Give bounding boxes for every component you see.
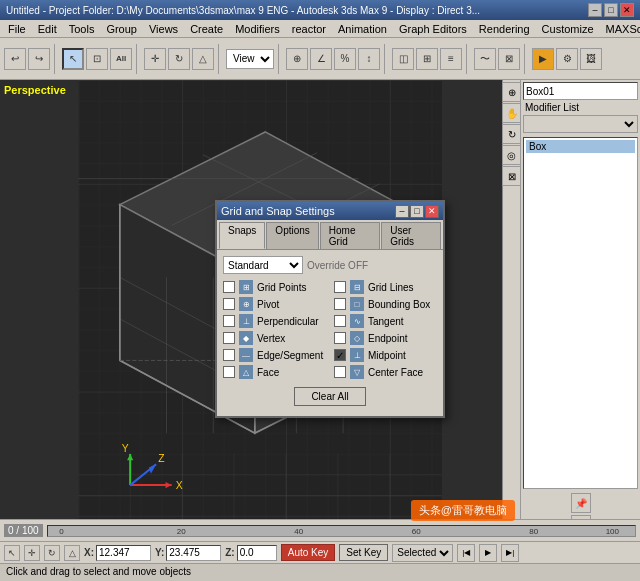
snap-checkbox-midpoint[interactable]: ✓ (334, 349, 346, 361)
render-button[interactable]: ▶ (532, 48, 554, 70)
snap-mode-select[interactable]: Standard NURBS (223, 256, 303, 274)
menu-animation[interactable]: Animation (332, 22, 393, 36)
menu-edit[interactable]: Edit (32, 22, 63, 36)
maximize-button[interactable]: □ (604, 3, 618, 17)
menu-rendering[interactable]: Rendering (473, 22, 536, 36)
pin-btn[interactable]: 📌 (571, 493, 591, 513)
schematic-button[interactable]: ⊠ (498, 48, 520, 70)
tab-snaps[interactable]: Snaps (219, 222, 265, 249)
modifier-item[interactable]: Box (526, 140, 635, 153)
snap-item-edge-segment: — Edge/Segment (223, 348, 326, 362)
viewport-label: Perspective (4, 84, 66, 96)
menu-reactor[interactable]: reactor (286, 22, 332, 36)
snap-icon-edge-segment: — (239, 348, 253, 362)
render-frame-button[interactable]: 🖼 (580, 48, 602, 70)
snap-item-bounding-box: □ Bounding Box (334, 297, 437, 311)
minimize-button[interactable]: – (588, 3, 602, 17)
status-scale-btn[interactable]: △ (64, 545, 80, 561)
modifier-box[interactable]: Box (523, 137, 638, 489)
menu-tools[interactable]: Tools (63, 22, 101, 36)
layer-button[interactable]: ≡ (440, 48, 462, 70)
snap-icon-center-face: ▽ (350, 365, 364, 379)
z-label: Z: (225, 547, 234, 558)
move-button[interactable]: ✛ (144, 48, 166, 70)
snap-checkbox-edge-segment[interactable] (223, 349, 235, 361)
align-button[interactable]: ⊞ (416, 48, 438, 70)
snap-dialog-minimize[interactable]: – (395, 205, 409, 218)
clear-all-button[interactable]: Clear All (294, 387, 365, 406)
status-move-btn[interactable]: ✛ (24, 545, 40, 561)
menu-views[interactable]: Views (143, 22, 184, 36)
tab-home-grid[interactable]: Home Grid (320, 222, 380, 249)
modifier-list-dropdown[interactable] (523, 115, 638, 133)
percent-snap-button[interactable]: % (334, 48, 356, 70)
viewport-orbit-btn[interactable]: ↻ (502, 124, 521, 144)
menu-graph-editors[interactable]: Graph Editors (393, 22, 473, 36)
right-panel: Modifier List Box 📌 ⚙ (520, 80, 640, 537)
status-rotate-btn[interactable]: ↻ (44, 545, 60, 561)
snap-item-pivot: ⊕ Pivot (223, 297, 326, 311)
z-input[interactable] (237, 545, 277, 561)
tab-options[interactable]: Options (266, 222, 318, 249)
select-region-button[interactable]: ⊡ (86, 48, 108, 70)
menu-maxscript[interactable]: MAXScript (600, 22, 640, 36)
snap-checkbox-endpoint[interactable] (334, 332, 346, 344)
select-all-button[interactable]: All (110, 48, 132, 70)
menu-create[interactable]: Create (184, 22, 229, 36)
title-controls: – □ ✕ (588, 3, 634, 17)
menu-file[interactable]: File (2, 22, 32, 36)
snap-dialog-controls: – □ ✕ (395, 205, 439, 218)
undo-button[interactable]: ↩ (4, 48, 26, 70)
svg-text:Z: Z (158, 453, 165, 464)
status-select-btn[interactable]: ↖ (4, 545, 20, 561)
viewport-max-btn[interactable]: ⊠ (502, 166, 521, 186)
menu-customize[interactable]: Customize (536, 22, 600, 36)
y-input[interactable] (166, 545, 221, 561)
snap-checkbox-bounding-box[interactable] (334, 298, 346, 310)
tick-20: 20 (177, 527, 186, 536)
viewport-pan-btn[interactable]: ✋ (502, 103, 521, 123)
set-key-button[interactable]: Set Key (339, 544, 388, 561)
nav-next-btn[interactable]: ▶| (501, 544, 519, 562)
curve-editor-button[interactable]: 〜 (474, 48, 496, 70)
viewport-zoom-btn[interactable]: ⊕ (502, 82, 521, 102)
view-select[interactable]: View (226, 49, 274, 69)
snap-icon-midpoint: ⊥ (350, 348, 364, 362)
spinner-snap-button[interactable]: ↕ (358, 48, 380, 70)
snap-checkbox-grid-lines[interactable] (334, 281, 346, 293)
redo-button[interactable]: ↪ (28, 48, 50, 70)
menu-modifiers[interactable]: Modifiers (229, 22, 286, 36)
snap-item-center-face: ▽ Center Face (334, 365, 437, 379)
render-setup-button[interactable]: ⚙ (556, 48, 578, 70)
rotate-button[interactable]: ↻ (168, 48, 190, 70)
x-input[interactable] (96, 545, 151, 561)
snap-checkbox-tangent[interactable] (334, 315, 346, 327)
viewport-fov-btn[interactable]: ◎ (502, 145, 521, 165)
tab-user-grids[interactable]: User Grids (381, 222, 441, 249)
snap-dialog-close[interactable]: ✕ (425, 205, 439, 218)
snap-checkbox-grid-points[interactable] (223, 281, 235, 293)
mirror-button[interactable]: ◫ (392, 48, 414, 70)
select-button[interactable]: ↖ (62, 48, 84, 70)
close-button[interactable]: ✕ (620, 3, 634, 17)
timeline-slider[interactable]: 0 20 40 60 80 100 (47, 525, 636, 537)
angle-snap-button[interactable]: ∠ (310, 48, 332, 70)
selected-select[interactable]: Selected (392, 544, 453, 562)
snap-checkbox-center-face[interactable] (334, 366, 346, 378)
snap-checkbox-face[interactable] (223, 366, 235, 378)
snap-override-label: Override OFF (307, 260, 368, 271)
scale-button[interactable]: △ (192, 48, 214, 70)
tick-100: 100 (606, 527, 619, 536)
auto-key-button[interactable]: Auto Key (281, 544, 336, 561)
nav-prev-btn[interactable]: |◀ (457, 544, 475, 562)
snap-checkbox-pivot[interactable] (223, 298, 235, 310)
snap-label-face: Face (257, 367, 279, 378)
object-name-input[interactable] (523, 82, 638, 100)
nav-play-btn[interactable]: ▶ (479, 544, 497, 562)
snap-checkbox-perpendicular[interactable] (223, 315, 235, 327)
snap-dialog-maximize[interactable]: □ (410, 205, 424, 218)
menu-group[interactable]: Group (100, 22, 143, 36)
snap-button[interactable]: ⊕ (286, 48, 308, 70)
snap-checkbox-vertex[interactable] (223, 332, 235, 344)
snap-label-pivot: Pivot (257, 299, 279, 310)
